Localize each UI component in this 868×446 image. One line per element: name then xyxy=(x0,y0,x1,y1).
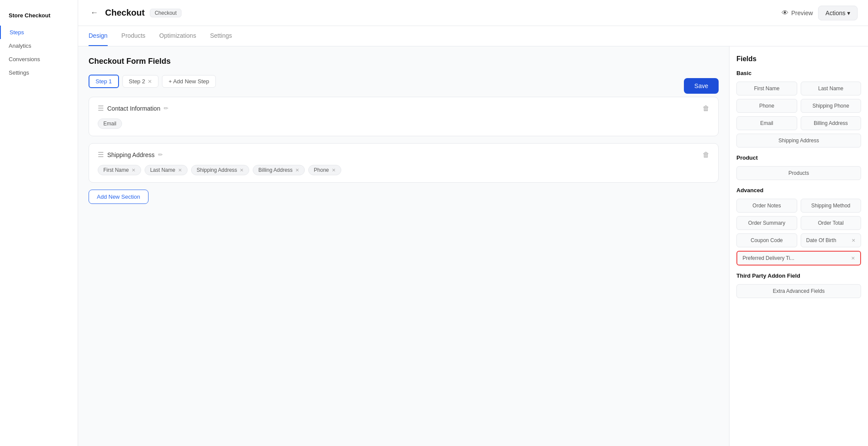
tab-design[interactable]: Design xyxy=(89,26,108,46)
remove-billingaddress-icon[interactable]: ✕ xyxy=(295,167,299,173)
form-title: Checkout Form Fields xyxy=(89,57,719,66)
header-actions: 👁 Preview Actions ▾ xyxy=(782,6,858,20)
drag-icon-shipping: ☰ xyxy=(98,151,104,159)
remove-preferreddelivery-icon[interactable]: ✕ xyxy=(851,256,855,261)
field-tag-billingaddress: Billing Address ✕ xyxy=(253,165,305,175)
sidebar: Store Checkout Steps Analytics Conversio… xyxy=(0,0,78,446)
field-chip-preferreddelivery-label: Preferred Delivery Ti... xyxy=(743,255,794,261)
section-title-area-shipping: ☰ Shipping Address ✏ xyxy=(98,151,163,159)
sidebar-item-settings[interactable]: Settings xyxy=(0,66,78,79)
remove-shippingaddress-icon[interactable]: ✕ xyxy=(240,167,244,173)
add-step-button[interactable]: + Add New Step xyxy=(162,75,216,88)
actions-button[interactable]: Actions ▾ xyxy=(818,6,858,20)
contact-fields: Email xyxy=(98,118,710,129)
add-step-label: + Add New Step xyxy=(168,78,209,85)
edit-icon-shipping[interactable]: ✏ xyxy=(158,151,163,158)
field-chip-ordernotes[interactable]: Order Notes xyxy=(736,199,797,213)
field-chip-phone[interactable]: Phone xyxy=(736,99,797,113)
header-left: ← Checkout Checkout xyxy=(89,7,182,19)
sidebar-item-steps[interactable]: Steps xyxy=(0,26,78,39)
remove-dateofbirth-icon[interactable]: ✕ xyxy=(851,238,855,243)
shipping-section: ☰ Shipping Address ✏ 🗑 First Name ✕ Last… xyxy=(89,143,719,183)
field-chip-extraadvanced[interactable]: Extra Advanced Fields xyxy=(736,284,861,298)
field-chip-ordersummary[interactable]: Order Summary xyxy=(736,216,797,230)
field-tag-phone: Phone ✕ xyxy=(308,165,341,175)
field-chip-lastname[interactable]: Last Name xyxy=(801,82,861,95)
field-chip-preferreddelivery[interactable]: Preferred Delivery Ti... ✕ xyxy=(736,251,861,266)
field-label-email: Email xyxy=(103,121,116,127)
field-chip-shippingaddress[interactable]: Shipping Address xyxy=(736,134,861,148)
header-badge: Checkout xyxy=(150,9,182,17)
field-label-shippingaddress: Shipping Address xyxy=(197,167,237,173)
actions-label: Actions xyxy=(825,10,845,16)
field-group-title-product: Product xyxy=(736,154,861,161)
field-chip-shippingphone[interactable]: Shipping Phone xyxy=(801,99,861,113)
field-label-lastname: Last Name xyxy=(150,167,175,173)
field-group-advanced: Advanced Order Notes Shipping Method Ord… xyxy=(736,187,861,266)
field-label-billingaddress: Billing Address xyxy=(258,167,293,173)
field-chip-shippingmethod[interactable]: Shipping Method xyxy=(801,199,861,213)
field-group-thirdparty: Third Party Addon Field Extra Advanced F… xyxy=(736,272,861,298)
field-chip-products[interactable]: Products xyxy=(736,166,861,180)
drag-icon-contact: ☰ xyxy=(98,104,104,112)
product-fields-grid: Products xyxy=(736,166,861,180)
app-layout: Store Checkout Steps Analytics Conversio… xyxy=(0,0,868,446)
section-title-area-contact: ☰ Contact Information ✏ xyxy=(98,104,168,112)
step-tabs: Step 1 Step 2 ✕ + Add New Step xyxy=(89,75,216,88)
chevron-down-icon: ▾ xyxy=(847,10,850,16)
save-button[interactable]: Save xyxy=(684,78,719,94)
step-tab-2[interactable]: Step 2 ✕ xyxy=(122,75,159,88)
step-tab-1[interactable]: Step 1 xyxy=(89,75,119,88)
sidebar-app-title: Store Checkout xyxy=(0,7,78,26)
basic-fields-grid: First Name Last Name Phone Shipping Phon… xyxy=(736,82,861,130)
preview-button[interactable]: 👁 Preview xyxy=(782,9,813,17)
delete-icon-contact[interactable]: 🗑 xyxy=(703,105,710,112)
field-group-basic: Basic First Name Last Name Phone Shippin… xyxy=(736,70,861,148)
remove-phone-icon[interactable]: ✕ xyxy=(332,167,336,173)
tab-products[interactable]: Products xyxy=(122,26,145,46)
header-title: Checkout xyxy=(105,8,145,18)
tab-settings[interactable]: Settings xyxy=(210,26,232,46)
preview-label: Preview xyxy=(791,10,813,16)
contact-section: ☰ Contact Information ✏ 🗑 Email xyxy=(89,97,719,136)
sidebar-item-analytics[interactable]: Analytics xyxy=(0,39,78,52)
advanced-fields-grid-2: Preferred Delivery Ti... ✕ xyxy=(736,251,861,266)
field-tag-email: Email xyxy=(98,118,122,129)
field-chip-ordertotal[interactable]: Order Total xyxy=(801,216,861,230)
back-button[interactable]: ← xyxy=(89,7,100,19)
advanced-fields-grid: Order Notes Shipping Method Order Summar… xyxy=(736,199,861,247)
step-2-close-icon[interactable]: ✕ xyxy=(148,79,152,85)
eye-icon: 👁 xyxy=(782,9,789,17)
remove-firstname-icon[interactable]: ✕ xyxy=(132,167,135,173)
tabs-bar: Design Products Optimizations Settings xyxy=(78,26,868,46)
main-content: ← Checkout Checkout 👁 Preview Actions ▾ … xyxy=(78,0,868,446)
field-chip-firstname[interactable]: First Name xyxy=(736,82,797,95)
contact-section-title: Contact Information xyxy=(107,105,160,112)
fields-panel-title: Fields xyxy=(736,55,861,63)
field-chip-billingaddress[interactable]: Billing Address xyxy=(801,116,861,130)
tab-optimizations[interactable]: Optimizations xyxy=(159,26,196,46)
remove-lastname-icon[interactable]: ✕ xyxy=(178,167,182,173)
field-label-firstname: First Name xyxy=(103,167,129,173)
field-chip-dateofbirth[interactable]: Date Of Birth ✕ xyxy=(801,233,861,247)
field-label-phone: Phone xyxy=(314,167,329,173)
delete-icon-shipping[interactable]: 🗑 xyxy=(703,151,710,159)
header: ← Checkout Checkout 👁 Preview Actions ▾ xyxy=(78,0,868,26)
field-chip-email[interactable]: Email xyxy=(736,116,797,130)
step-1-label: Step 1 xyxy=(96,78,112,85)
page-body: Checkout Form Fields Step 1 Step 2 ✕ + A… xyxy=(78,46,868,446)
section-header-contact: ☰ Contact Information ✏ 🗑 xyxy=(98,104,710,112)
basic-fields-grid-2: Shipping Address xyxy=(736,134,861,148)
shipping-fields: First Name ✕ Last Name ✕ Shipping Addres… xyxy=(98,165,710,175)
form-builder: Checkout Form Fields Step 1 Step 2 ✕ + A… xyxy=(78,46,729,446)
field-tag-firstname: First Name ✕ xyxy=(98,165,141,175)
fields-panel: Fields Basic First Name Last Name Phone … xyxy=(729,46,868,446)
step-2-label: Step 2 xyxy=(129,78,145,85)
field-group-product: Product Products xyxy=(736,154,861,180)
field-chip-couponcode[interactable]: Coupon Code xyxy=(736,233,797,247)
add-section-button[interactable]: Add New Section xyxy=(89,190,149,204)
sidebar-item-conversions[interactable]: Conversions xyxy=(0,52,78,66)
edit-icon-contact[interactable]: ✏ xyxy=(164,105,168,112)
field-group-title-basic: Basic xyxy=(736,70,861,76)
shipping-section-title: Shipping Address xyxy=(107,151,155,158)
